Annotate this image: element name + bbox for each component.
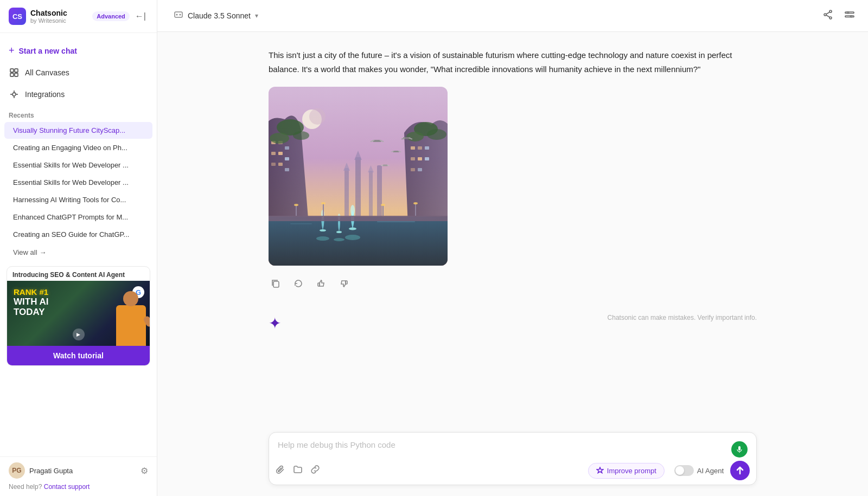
recent-item-1[interactable]: Visually Stunning Future CityScap... <box>4 122 152 139</box>
chat-input[interactable] <box>278 440 731 453</box>
watch-tutorial-button[interactable]: Watch tutorial <box>7 346 150 365</box>
user-avatar: PG <box>9 462 25 479</box>
generated-image-container <box>269 87 757 266</box>
copy-icon[interactable] <box>269 276 283 291</box>
recent-item-4[interactable]: Essential Skills for Web Developer ... <box>4 174 152 191</box>
chat-area: This isn't just a city of the future – i… <box>157 32 868 427</box>
model-name: Claude 3.5 Sonnet <box>188 11 251 20</box>
improve-prompt-button[interactable]: Improve prompt <box>588 463 665 479</box>
all-canvases-label: All Canvases <box>25 68 69 77</box>
ai-agent-label: AI Agent <box>697 467 724 475</box>
recent-item-3[interactable]: Essential Skills for Web Developer ... <box>4 157 152 173</box>
svg-rect-89 <box>273 281 279 287</box>
recent-item-7[interactable]: Creating an SEO Guide for ChatGP... <box>4 226 152 243</box>
svg-line-15 <box>826 12 829 14</box>
svg-rect-1 <box>15 69 18 72</box>
sidebar-item-integrations[interactable]: Integrations <box>0 83 157 105</box>
svg-line-16 <box>826 15 829 17</box>
logo-avatar: CS <box>9 8 26 25</box>
promo-thumbnail: RANK #1 WITH AI TODAY G ▶ <box>7 281 150 346</box>
message-text: This isn't just a city of the future – i… <box>269 48 757 76</box>
sidebar-item-all-canvases[interactable]: All Canvases <box>0 62 157 83</box>
recent-item-6[interactable]: Enhanced ChatGPT Prompts for M... <box>4 209 152 226</box>
help-text: Need help? <box>9 483 42 491</box>
thumbs-up-icon[interactable] <box>314 276 328 291</box>
svg-point-4 <box>12 93 16 96</box>
input-right: Improve prompt AI Agent <box>588 461 750 480</box>
input-tools <box>276 465 320 477</box>
promo-title: Introducing SEO & Content AI Agent <box>7 267 150 281</box>
app-name: Chatsonic <box>30 9 67 17</box>
svg-rect-17 <box>845 12 854 14</box>
recent-item-5[interactable]: Harnessing AI Writing Tools for Co... <box>4 191 152 208</box>
sidebar-header: CS Chatsonic by Writesonic Advanced ←| <box>0 0 157 33</box>
ai-agent-toggle: AI Agent <box>674 465 724 476</box>
collapse-sidebar-button[interactable]: ←| <box>133 9 148 23</box>
svg-rect-91 <box>346 281 347 284</box>
input-row <box>269 433 756 461</box>
user-name: Pragati Gupta <box>29 467 73 475</box>
toggle-thumb <box>675 466 684 475</box>
play-button[interactable]: ▶ <box>73 328 85 340</box>
settings-panel-icon[interactable] <box>842 7 857 25</box>
voice-record-button[interactable] <box>731 441 748 458</box>
generated-city-image <box>269 87 448 266</box>
svg-point-10 <box>176 14 178 16</box>
svg-rect-90 <box>318 283 320 286</box>
thumbs-down-icon[interactable] <box>337 276 351 291</box>
message-actions <box>269 276 757 291</box>
sidebar-header-actions: Advanced ←| <box>92 9 148 23</box>
app-by: by Writesonic <box>30 17 67 24</box>
folder-icon[interactable] <box>293 465 303 477</box>
plus-icon: + <box>9 45 15 56</box>
refresh-icon[interactable] <box>291 276 305 291</box>
top-bar: Claude 3.5 Sonnet ▾ <box>157 0 868 32</box>
person-silhouette <box>112 284 150 346</box>
svg-point-19 <box>847 11 849 13</box>
share-icon[interactable] <box>820 7 835 25</box>
sidebar: CS Chatsonic by Writesonic Advanced ←| +… <box>0 0 157 496</box>
svg-point-14 <box>829 17 832 19</box>
sidebar-body: + Start a new chat All Canvases <box>0 33 157 456</box>
svg-point-12 <box>829 10 832 12</box>
view-all-label: View all <box>13 248 37 256</box>
svg-rect-9 <box>175 12 182 17</box>
attach-icon[interactable] <box>276 465 285 477</box>
input-box: Improve prompt AI Agent <box>269 432 757 485</box>
chevron-down-icon: ▾ <box>255 12 258 20</box>
settings-icon[interactable]: ⚙ <box>141 466 148 476</box>
svg-point-13 <box>824 14 826 16</box>
disclaimer-text: Chatsonic can make mistakes. Verify impo… <box>608 314 757 321</box>
main-content: Claude 3.5 Sonnet ▾ <box>157 0 868 496</box>
new-chat-label: Start a new chat <box>19 47 77 55</box>
plan-badge: Advanced <box>92 11 130 21</box>
app-logo: CS Chatsonic by Writesonic <box>9 8 67 25</box>
svg-point-11 <box>180 14 181 16</box>
svg-point-20 <box>851 15 852 17</box>
contact-support-link[interactable]: Contact support <box>44 483 90 491</box>
chat-messages: This isn't just a city of the future – i… <box>269 48 757 337</box>
recent-item-2[interactable]: Creating an Engaging Video on Ph... <box>4 139 152 156</box>
promo-rank-text: RANK #1 WITH AI TODAY <box>14 287 49 317</box>
send-button[interactable] <box>730 461 750 480</box>
ai-agent-toggle-track[interactable] <box>674 465 694 476</box>
improve-prompt-label: Improve prompt <box>607 467 656 475</box>
promo-box: Introducing SEO & Content AI Agent RANK … <box>7 266 150 366</box>
input-bottom-row: Improve prompt AI Agent <box>269 461 756 485</box>
view-all-button[interactable]: View all → <box>4 244 152 261</box>
model-selector[interactable]: Claude 3.5 Sonnet ▾ <box>168 7 264 25</box>
top-bar-actions <box>820 7 857 25</box>
plug-icon <box>9 89 20 100</box>
svg-rect-18 <box>845 16 854 17</box>
user-row: PG Pragati Gupta ⚙ <box>9 462 148 479</box>
sidebar-footer: PG Pragati Gupta ⚙ Need help? Contact su… <box>0 456 157 496</box>
arrow-right-icon: → <box>40 248 47 256</box>
model-icon <box>174 10 183 22</box>
chatsonic-star-icon: ✦ <box>269 314 281 332</box>
link-icon[interactable] <box>310 465 320 477</box>
svg-rect-3 <box>15 73 18 76</box>
svg-rect-2 <box>10 73 14 76</box>
svg-rect-0 <box>10 69 14 72</box>
new-chat-button[interactable]: + Start a new chat <box>0 40 157 62</box>
integrations-label: Integrations <box>25 90 65 99</box>
